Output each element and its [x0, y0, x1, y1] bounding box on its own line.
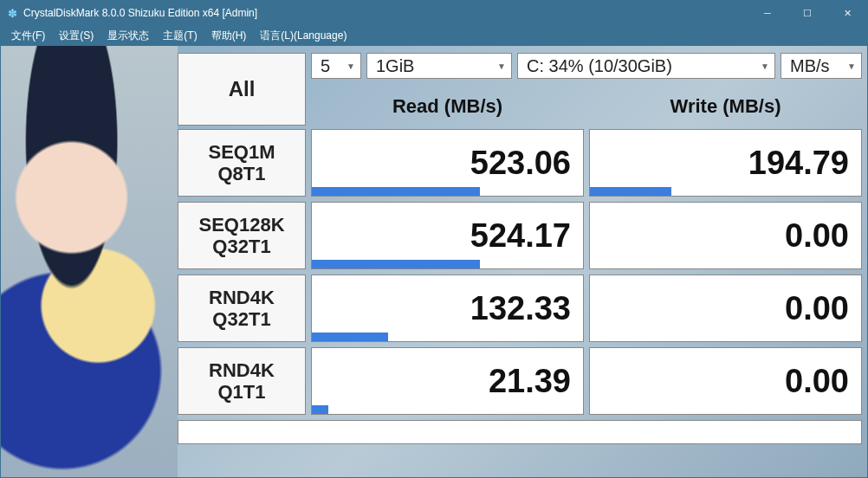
header-write: Write (MB/s) [589, 89, 862, 124]
menu-help[interactable]: 帮助(H) [204, 26, 254, 46]
write-value: 0.00 [785, 363, 849, 400]
chevron-down-icon: ▼ [761, 61, 769, 71]
test-button-2[interactable]: RND4KQ32T1 [178, 275, 306, 342]
run-count-dropdown[interactable]: 5 ▼ [311, 53, 361, 79]
write-cell: 0.00 [589, 347, 862, 415]
chevron-down-icon: ▼ [497, 61, 506, 71]
read-cell: 523.06 [311, 129, 584, 197]
test-label-1: SEQ1M [208, 141, 275, 163]
menu-display[interactable]: 显示状态 [100, 26, 156, 46]
read-value: 132.33 [470, 290, 571, 327]
test-label-1: RND4K [209, 359, 275, 381]
bench-row: SEQ128KQ32T1524.170.00 [178, 202, 862, 269]
test-button-1[interactable]: SEQ128KQ32T1 [178, 202, 306, 269]
write-cell: 0.00 [589, 202, 862, 269]
read-bar [312, 260, 480, 268]
titlebar: ✽ CrystalDiskMark 8.0.0 Shizuku Edition … [1, 1, 867, 25]
test-button-0[interactable]: SEQ1MQ8T1 [178, 129, 306, 197]
menu-file[interactable]: 文件(F) [4, 26, 52, 46]
chevron-down-icon: ▼ [847, 61, 856, 71]
app-icon: ✽ [6, 7, 18, 19]
test-label-2: Q1T1 [217, 381, 265, 403]
status-bar [178, 420, 862, 444]
bench-row: RND4KQ32T1132.330.00 [178, 275, 862, 342]
bench-row: RND4KQ1T121.390.00 [178, 347, 862, 415]
read-cell: 21.39 [311, 347, 584, 415]
test-label-2: Q8T1 [217, 163, 265, 184]
read-cell: 524.17 [311, 202, 584, 269]
mascot-art [1, 46, 178, 478]
write-cell: 194.79 [589, 129, 862, 197]
close-button[interactable]: ✕ [827, 1, 867, 25]
read-value: 21.39 [489, 363, 571, 400]
drive-dropdown[interactable]: C: 34% (10/30GiB) ▼ [517, 53, 775, 79]
test-size-dropdown[interactable]: 1GiB ▼ [366, 53, 512, 79]
unit-value: MB/s [790, 56, 830, 76]
test-size-value: 1GiB [376, 56, 414, 76]
unit-dropdown[interactable]: MB/s ▼ [781, 53, 862, 79]
run-count-value: 5 [321, 56, 330, 76]
maximize-button[interactable]: ☐ [787, 1, 827, 25]
write-value: 0.00 [785, 290, 849, 327]
window-title: CrystalDiskMark 8.0.0 Shizuku Edition x6… [23, 7, 257, 19]
test-button-3[interactable]: RND4KQ1T1 [178, 347, 306, 415]
read-bar [312, 333, 388, 341]
test-label-1: RND4K [209, 287, 275, 308]
menu-settings[interactable]: 设置(S) [52, 26, 100, 46]
test-label-1: SEQ128K [198, 214, 284, 236]
test-label-2: Q32T1 [212, 236, 270, 257]
drive-value: C: 34% (10/30GiB) [527, 56, 672, 76]
all-button[interactable]: All [178, 53, 306, 126]
test-label-2: Q32T1 [212, 308, 270, 330]
menu-language[interactable]: 语言(L)(Language) [253, 26, 353, 46]
read-value: 524.17 [470, 217, 571, 255]
write-bar [590, 187, 671, 196]
read-bar [312, 187, 480, 196]
header-read: Read (MB/s) [311, 89, 584, 124]
content-area: All 5 ▼ 1GiB ▼ C: 34% (10/30GiB) ▼ MB/s … [178, 53, 862, 472]
write-value: 0.00 [785, 217, 849, 255]
chevron-down-icon: ▼ [347, 61, 355, 71]
read-cell: 132.33 [311, 275, 584, 342]
read-value: 523.06 [470, 145, 571, 182]
menubar: 文件(F) 设置(S) 显示状态 主题(T) 帮助(H) 语言(L)(Langu… [1, 25, 867, 46]
menu-theme[interactable]: 主题(T) [156, 26, 204, 46]
write-cell: 0.00 [589, 275, 862, 342]
minimize-button[interactable]: ─ [748, 1, 787, 25]
read-bar [312, 405, 328, 414]
write-value: 194.79 [748, 145, 849, 182]
bench-row: SEQ1MQ8T1523.06194.79 [178, 129, 862, 197]
